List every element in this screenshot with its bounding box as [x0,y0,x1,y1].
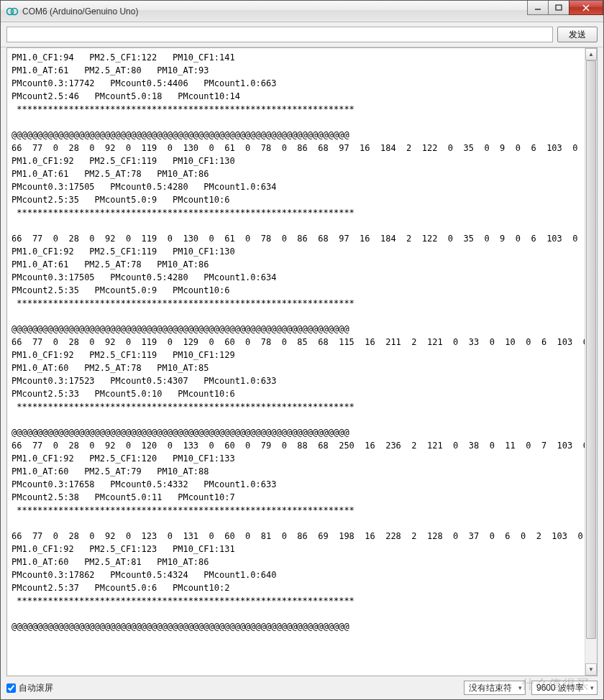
scroll-down-button[interactable]: ▼ [585,663,597,676]
baud-rate-select[interactable]: 9600 波特率 [531,681,598,695]
window-title: COM6 (Arduino/Genuino Uno) [22,6,528,17]
scroll-up-button[interactable]: ▲ [585,48,597,60]
send-toolbar: 发送 [1,22,603,47]
svg-rect-2 [556,5,562,10]
scroll-thumb[interactable] [586,60,596,639]
autoscroll-checkbox-wrap[interactable]: 自动滚屏 [6,682,53,694]
scroll-track[interactable] [585,60,597,663]
serial-output[interactable]: PM1.0_CF1:94 PM2.5_CF1:122 PM10_CF1:141 … [7,48,585,676]
console-area: PM1.0_CF1:94 PM2.5_CF1:122 PM10_CF1:141 … [6,47,598,676]
minimize-button[interactable] [527,1,549,15]
svg-point-1 [12,8,18,14]
line-ending-value: 没有结束符 [469,682,512,694]
baud-rate-value: 9600 波特率 [536,682,584,694]
serial-input[interactable] [6,27,553,42]
serial-monitor-window: COM6 (Arduino/Genuino Uno) 发送 PM1.0_CF1:… [0,0,604,700]
maximize-button[interactable] [548,1,569,15]
titlebar[interactable]: COM6 (Arduino/Genuino Uno) [1,1,603,22]
status-bar: 自动滚屏 没有结束符 9600 波特率 [1,676,603,699]
autoscroll-label: 自动滚屏 [19,682,53,694]
vertical-scrollbar[interactable]: ▲ ▼ [585,48,597,676]
line-ending-select[interactable]: 没有结束符 [464,681,526,695]
window-buttons [528,1,603,15]
send-button[interactable]: 发送 [557,27,598,42]
autoscroll-checkbox[interactable] [6,683,16,693]
app-icon [6,6,18,17]
close-button[interactable] [569,1,603,15]
